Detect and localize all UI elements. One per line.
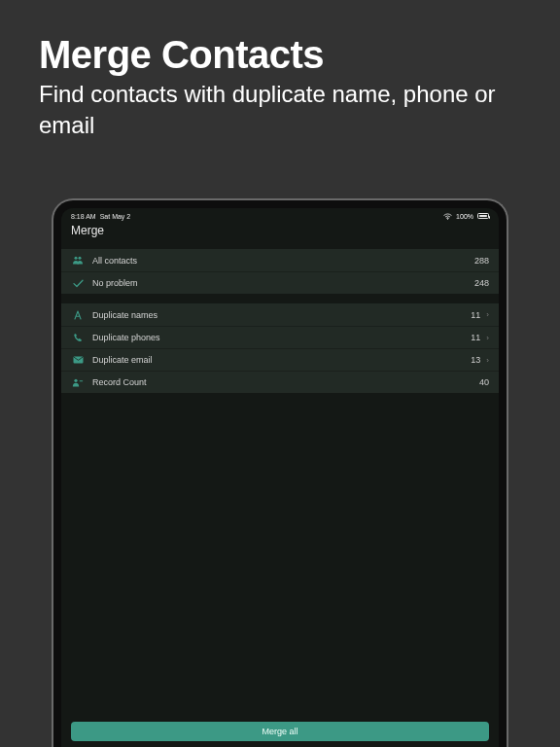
svg-point-0 xyxy=(75,257,78,260)
row-count: 40 xyxy=(479,377,489,387)
status-time: 8:18 AM xyxy=(71,213,96,220)
status-date: Sat May 2 xyxy=(100,213,131,220)
svg-rect-4 xyxy=(80,380,84,381)
row-label: Duplicate names xyxy=(92,310,471,320)
duplicates-group: Duplicate names 11 › Duplicate phones 11… xyxy=(61,303,499,393)
row-duplicate-email[interactable]: Duplicate email 13 › xyxy=(61,348,499,371)
row-all-contacts[interactable]: All contacts 288 xyxy=(61,249,499,271)
chevron-right-icon: › xyxy=(486,356,489,365)
status-bar: 8:18 AM Sat May 2 100% xyxy=(61,208,499,222)
summary-group: All contacts 288 No problem 248 xyxy=(61,249,499,294)
chevron-right-icon: › xyxy=(486,334,489,342)
row-duplicate-phones[interactable]: Duplicate phones 11 › xyxy=(61,326,499,348)
row-no-problem[interactable]: No problem 248 xyxy=(61,271,499,294)
tablet-frame: 8:18 AM Sat May 2 100% Merge xyxy=(52,198,508,747)
tablet-screen: 8:18 AM Sat May 2 100% Merge xyxy=(61,208,499,747)
row-duplicate-names[interactable]: Duplicate names 11 › xyxy=(61,303,499,326)
row-label: All contacts xyxy=(92,256,474,266)
letter-a-icon xyxy=(71,310,85,320)
mail-icon xyxy=(71,356,85,364)
merge-all-label: Merge all xyxy=(262,727,298,736)
row-label: Duplicate phones xyxy=(92,333,471,342)
battery-icon xyxy=(477,213,489,219)
check-icon xyxy=(71,279,85,288)
phone-icon xyxy=(71,333,85,342)
row-count: 248 xyxy=(474,278,489,288)
page-title: Merge xyxy=(61,222,499,245)
row-count: 288 xyxy=(474,256,489,266)
row-label: Duplicate email xyxy=(92,355,471,365)
wifi-icon xyxy=(443,213,452,220)
person-minus-icon xyxy=(71,378,85,387)
tablet-mock: 8:18 AM Sat May 2 100% Merge xyxy=(52,198,508,747)
hero: Merge Contacts Find contacts with duplic… xyxy=(0,0,560,152)
contacts-icon xyxy=(71,256,85,265)
chevron-right-icon: › xyxy=(486,310,489,319)
row-record-count[interactable]: Record Count 40 xyxy=(61,371,499,393)
row-label: No problem xyxy=(92,278,474,288)
row-label: Record Count xyxy=(92,377,479,387)
row-count: 11 xyxy=(471,333,480,342)
row-count: 11 xyxy=(471,310,480,320)
row-count: 13 xyxy=(471,355,480,365)
svg-point-3 xyxy=(74,378,77,381)
hero-subtitle: Find contacts with duplicate name, phone… xyxy=(39,79,521,142)
merge-all-button[interactable]: Merge all xyxy=(71,722,489,741)
svg-point-1 xyxy=(79,257,82,260)
hero-title: Merge Contacts xyxy=(39,33,521,77)
status-battery-pct: 100% xyxy=(456,213,473,220)
